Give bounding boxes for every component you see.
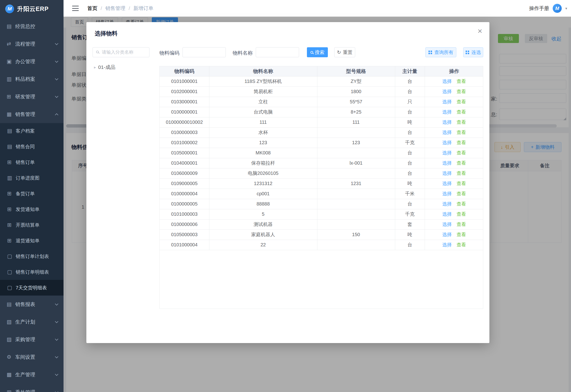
cell-material-name: 简易机柜 [209,86,317,97]
sidebar-item-production-mgmt[interactable]: ▩ 生产管理 [0,366,63,383]
user-avatar[interactable]: M [553,4,562,13]
material-row: 0101000003 5 千克 选择查看 [160,209,483,219]
view-link[interactable]: 查看 [457,222,466,227]
sidebar-item-rnd[interactable]: ⊞ 研发管理 [0,88,63,105]
sidebar-subitem-sales-order-plan[interactable]: ▢ 销售订单计划表 [0,249,63,264]
view-link[interactable]: 查看 [457,120,466,125]
view-link[interactable]: 查看 [457,171,466,176]
sidebar-subitem-sales-order[interactable]: ⊞ 销售订单 [0,154,63,170]
sidebar-subitem-invoice-settlement[interactable]: ⊞ 开票结算单 [0,217,63,233]
breadcrumb-separator: / [129,5,130,11]
sidebar-subitem-delivery-notice[interactable]: ⊞ 发货通知单 [0,201,63,217]
breadcrumb-sales[interactable]: 销售管理 [105,5,125,12]
column-header-0: 物料编码 [160,66,209,76]
view-link[interactable]: 查看 [457,181,466,186]
view-link[interactable]: 查看 [457,211,466,217]
sidebar-item-purchase[interactable]: ▨ 采购管理 [0,331,63,348]
sidebar-subitem-customer-files[interactable]: ▤ 客户档案 [0,123,63,139]
view-link[interactable]: 查看 [457,232,466,237]
view-link[interactable]: 查看 [457,191,466,196]
avatar-caret-icon[interactable]: ▾ [565,6,567,11]
sidebar-toggle-icon[interactable] [72,6,79,11]
topbar: 首页 / 销售管理 / 新增订单 操作手册 M ▾ [63,0,571,17]
select-link[interactable]: 选择 [442,222,452,227]
sidebar-item-label: 销售管理 [15,111,55,118]
cell-unit: 台 [395,148,425,158]
sidebar-subitem-order-progress[interactable]: ▥ 订单进度图 [0,170,63,186]
return-notice-icon: ⊞ [7,238,16,244]
sidebar-item-workshop-settings[interactable]: ⚙ 车间设置 [0,348,63,366]
material-name-input[interactable] [256,47,299,57]
chevron-down-icon [55,390,58,392]
cell-actions: 选择查看 [425,219,483,229]
material-code-input[interactable] [182,47,226,57]
view-link[interactable]: 查看 [457,89,466,94]
sidebar-item-dashboard[interactable]: ▤ 经营总控 [0,18,63,35]
sidebar-subitem-sales-order-detail[interactable]: ▢ 销售订单明细表 [0,264,63,280]
sidebar-subitem-sales-contract[interactable]: ▤ 销售合同 [0,139,63,154]
view-link[interactable]: 查看 [457,150,466,155]
cell-unit: 吨 [395,117,425,127]
select-link[interactable]: 选择 [442,109,452,114]
select-link[interactable]: 选择 [442,242,452,247]
multi-select-button[interactable]: 连选 [463,47,483,57]
help-manual-link[interactable]: 操作手册 [529,5,549,12]
view-link[interactable]: 查看 [457,99,466,104]
material-row: 0100000001 台式电脑 8+25 台 选择查看 [160,107,483,117]
cell-actions: 选择查看 [425,168,483,178]
material-row: 0100000006 测试机器 套 选择查看 [160,219,483,229]
category-search-input[interactable] [102,50,145,55]
select-link[interactable]: 选择 [442,79,452,84]
select-link[interactable]: 选择 [442,160,452,166]
tree-expand-icon[interactable]: ▸ [94,65,96,70]
view-link[interactable]: 查看 [457,201,466,207]
sidebar-item-label: 生产管理 [15,371,55,378]
select-link[interactable]: 选择 [442,181,452,186]
search-button[interactable]: 搜索 [307,47,328,57]
select-link[interactable]: 选择 [442,211,452,217]
sidebar-item-outsourcing[interactable]: ▥ 委外管理 [0,383,63,392]
sidebar-item-process[interactable]: ⇄ 流程管理 [0,35,63,53]
sidebar-subitem-delivery-7day[interactable]: ▢ 7天交货明细表 [0,280,63,295]
cell-actions: 选择查看 [425,158,483,168]
cell-material-code: 0100000004 [160,189,209,199]
sidebar-item-sales[interactable]: ▦ 销售管理 [0,105,63,123]
select-link[interactable]: 选择 [442,120,452,125]
sidebar-item-materials[interactable]: ▥ 料品档案 [0,70,63,88]
sidebar-subitem-stock-order[interactable]: ⊞ 备货订单 [0,186,63,201]
chevron-down-icon [55,77,58,80]
select-link[interactable]: 选择 [442,191,452,196]
view-link[interactable]: 查看 [457,160,466,166]
material-row: 0101000002 123 123 千克 选择查看 [160,138,483,148]
sidebar-subitem-return-notice[interactable]: ⊞ 退货通知单 [0,233,63,249]
material-row: 0102000001 简易机柜 1800 台 选择查看 [160,86,483,97]
select-link[interactable]: 选择 [442,232,452,237]
view-link[interactable]: 查看 [457,140,466,145]
select-link[interactable]: 选择 [442,99,452,104]
reset-button[interactable]: ↻ 重置 [334,47,355,57]
view-link[interactable]: 查看 [457,242,466,247]
sidebar-item-sales-report[interactable]: ▤ 销售报表 [0,295,63,313]
sidebar-item-office[interactable]: ▣ 办公管理 [0,53,63,70]
sidebar-subitem-label: 开票结算单 [16,222,58,228]
view-link[interactable]: 查看 [457,130,466,135]
tree-node-finished-goods[interactable]: ▸ 01-成品 [94,64,115,70]
select-link[interactable]: 选择 [442,140,452,145]
view-link[interactable]: 查看 [457,109,466,114]
sidebar-item-production-plan[interactable]: ▧ 生产计划 [0,313,63,331]
select-link[interactable]: 选择 [442,89,452,94]
select-link[interactable]: 选择 [442,130,452,135]
select-link[interactable]: 选择 [442,150,452,155]
material-row: 0109000005 1231312 1231 吨 选择查看 [160,178,483,189]
breadcrumb-home[interactable]: 首页 [87,5,97,12]
cell-material-name: 立柱 [209,97,317,107]
select-link[interactable]: 选择 [442,171,452,176]
select-link[interactable]: 选择 [442,201,452,207]
close-icon[interactable]: × [478,27,482,35]
cell-unit: 台 [395,240,425,250]
delivery-7day-icon: ▢ [7,285,16,291]
dashboard-icon: ▤ [7,23,15,29]
sidebar-subitem-label: 7天交货明细表 [16,285,58,291]
view-link[interactable]: 查看 [457,79,466,84]
query-all-button[interactable]: 查询所有 [425,47,456,57]
